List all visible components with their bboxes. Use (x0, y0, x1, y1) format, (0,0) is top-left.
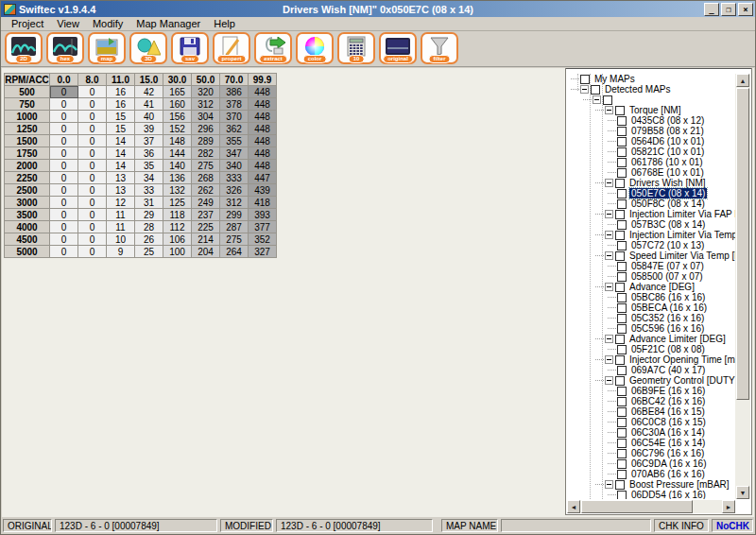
tree-checkbox[interactable] (615, 106, 625, 115)
map-value-cell[interactable]: 0 (50, 123, 78, 135)
map-value-cell[interactable]: 0 (50, 147, 78, 160)
map-value-cell[interactable]: 296 (192, 123, 220, 135)
tree-map-entry[interactable]: 050E7C (08 x 14) (567, 188, 735, 198)
color-tool-button[interactable]: color (296, 32, 334, 64)
tree-checkbox[interactable] (580, 75, 590, 84)
collapse-expander-icon[interactable] (605, 231, 613, 239)
map-value-cell[interactable]: 0 (78, 246, 107, 258)
collapse-expander-icon[interactable] (580, 85, 589, 94)
tree-map-entry[interactable]: 0435C8 (08 x 12) (567, 115, 735, 126)
map-value-cell[interactable]: 0 (78, 111, 107, 123)
tree-category[interactable]: Detected MAPs (567, 84, 735, 95)
map-value-cell[interactable]: 0 (78, 147, 107, 160)
tree-item-label[interactable]: Torque [NM] (627, 105, 682, 115)
map-value-cell[interactable]: 268 (192, 172, 220, 184)
map-value-cell[interactable]: 0 (78, 209, 107, 221)
map-value-cell[interactable]: 327 (249, 246, 277, 258)
map-tool-button[interactable]: map (88, 32, 126, 64)
map-value-cell[interactable]: 0 (50, 233, 78, 246)
tree-category[interactable]: Drivers Wish [NM] (567, 178, 735, 188)
tree-checkbox[interactable] (617, 366, 627, 375)
tree-checkbox[interactable] (615, 251, 625, 261)
tree-checkbox[interactable] (615, 335, 625, 344)
map-value-cell[interactable]: 100 (163, 246, 192, 258)
map-value-cell[interactable]: 0 (50, 111, 78, 123)
map-value-cell[interactable]: 448 (249, 135, 277, 147)
tree-checkbox[interactable] (617, 459, 627, 469)
map-value-cell[interactable]: 0 (50, 197, 78, 209)
tree-checkbox[interactable] (615, 283, 625, 292)
tree-category[interactable]: Injector Opening Time [mSC (567, 354, 735, 365)
map-value-cell[interactable]: 156 (163, 111, 192, 123)
map-value-cell[interactable]: 448 (249, 86, 277, 98)
hscroll-thumb[interactable] (581, 500, 693, 513)
map-data-table[interactable]: RPM/ACC0.08.011.015.030.050.070.099.9500… (4, 73, 277, 258)
map-value-cell[interactable]: 312 (220, 197, 249, 209)
tree-checkbox[interactable] (617, 470, 627, 479)
map-value-cell[interactable]: 14 (107, 135, 135, 147)
filter-tool-button[interactable]: filter (421, 32, 458, 64)
10-tool-button[interactable]: 10 (337, 32, 375, 64)
map-value-cell[interactable]: 42 (135, 86, 163, 98)
tree-item-label[interactable]: 05C352 (16 x 16) (629, 313, 706, 323)
map-value-cell[interactable]: 287 (220, 221, 249, 233)
map-value-cell[interactable]: 11 (107, 209, 135, 221)
tree-map-entry[interactable]: 070AB6 (16 x 16) (567, 469, 735, 479)
scroll-right-button[interactable]: ► (722, 500, 735, 513)
tree-category[interactable]: Advance Limiter [DEG] (567, 334, 735, 344)
map-value-cell[interactable]: 118 (163, 209, 192, 221)
map-value-cell[interactable]: 0 (50, 98, 78, 111)
tree-item-label[interactable]: 057C72 (10 x 13) (629, 240, 706, 250)
map-value-cell[interactable]: 204 (192, 246, 220, 258)
tree-checkbox[interactable] (615, 480, 625, 490)
map-value-cell[interactable]: 0 (78, 123, 107, 135)
map-value-cell[interactable]: 214 (192, 233, 220, 246)
map-value-cell[interactable]: 136 (163, 172, 192, 184)
map-value-cell[interactable]: 41 (135, 98, 163, 111)
map-value-cell[interactable]: 299 (220, 209, 249, 221)
collapse-expander-icon[interactable] (605, 251, 613, 260)
tree-item-label[interactable]: 05BC86 (16 x 16) (629, 292, 707, 302)
sav-tool-button[interactable]: sav (171, 32, 209, 64)
tree-item-label[interactable]: 06B9FE (16 x 16) (629, 386, 707, 396)
tree-item-label[interactable]: 070AB6 (16 x 16) (629, 469, 707, 479)
tree-item-label[interactable]: 050F8C (08 x 14) (629, 198, 707, 209)
scroll-up-button[interactable]: ▲ (736, 74, 749, 87)
propert-tool-button[interactable]: propert (213, 32, 250, 64)
tree-checkbox[interactable] (617, 324, 627, 334)
map-value-cell[interactable]: 16 (107, 86, 135, 98)
map-value-cell[interactable]: 165 (163, 86, 192, 98)
tree-map-entry[interactable]: 06C30A (16 x 14) (567, 427, 735, 438)
tree-map-entry[interactable]: 06C54E (16 x 14) (567, 438, 735, 448)
tree-category[interactable]: Torque [NM] (567, 105, 735, 115)
tree-item-label[interactable]: My MAPs (593, 74, 637, 84)
map-value-cell[interactable]: 418 (249, 197, 277, 209)
map-value-cell[interactable]: 14 (107, 147, 135, 160)
map-value-cell[interactable]: 40 (135, 111, 163, 123)
tree-map-entry[interactable]: 06C0C8 (16 x 15) (567, 417, 735, 427)
map-value-cell[interactable]: 312 (192, 98, 220, 111)
collapse-expander-icon[interactable] (605, 179, 613, 187)
tree-item-label[interactable]: Boost Pressure [mBAR] (627, 479, 731, 490)
tree-item-label[interactable]: 061786 (10 x 01) (629, 157, 705, 167)
minimize-button[interactable]: _ (704, 3, 719, 16)
tree-category[interactable]: Boost Pressure [mBAR] (567, 479, 735, 490)
tree-item-label[interactable]: 0564D6 (10 x 01) (629, 136, 706, 147)
map-value-cell[interactable]: 0 (78, 197, 107, 209)
tree-item-label[interactable]: Injection Limiter Via FAP Pre (627, 209, 735, 219)
tree-item-label[interactable]: 069A7C (40 x 17) (629, 365, 707, 375)
map-value-cell[interactable]: 0 (50, 184, 78, 197)
map-value-cell[interactable]: 0 (50, 221, 78, 233)
tree-map-entry[interactable]: 057C72 (10 x 13) (567, 240, 735, 250)
map-value-cell[interactable]: 249 (192, 197, 220, 209)
map-value-cell[interactable]: 352 (249, 233, 277, 246)
original-tool-button[interactable]: original (379, 32, 417, 64)
map-value-cell[interactable]: 33 (135, 184, 163, 197)
map-value-cell[interactable]: 282 (192, 147, 220, 160)
map-value-cell[interactable]: 106 (163, 233, 192, 246)
tree-item-label[interactable]: 05F21C (08 x 08) (629, 344, 707, 354)
map-value-cell[interactable]: 14 (107, 160, 135, 172)
map-value-cell[interactable]: 34 (135, 172, 163, 184)
tree-item-label[interactable]: 06C0C8 (16 x 15) (629, 417, 708, 427)
tree-map-entry[interactable]: 05847E (07 x 07) (567, 261, 735, 271)
